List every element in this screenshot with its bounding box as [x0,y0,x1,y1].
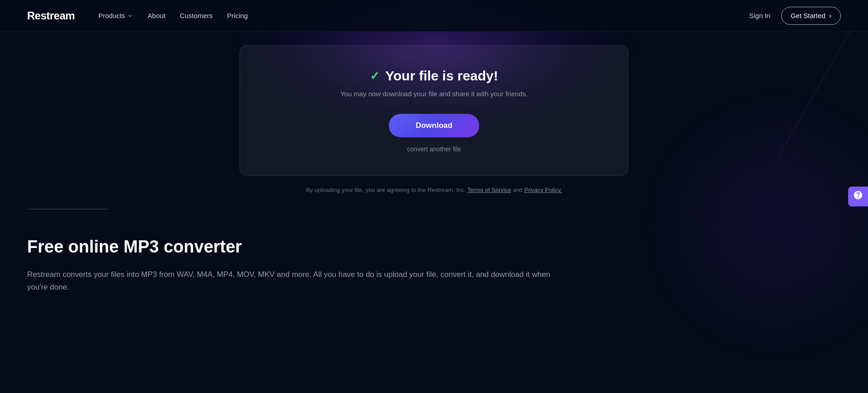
privacy-policy-link[interactable]: Privacy Policy. [524,187,562,193]
card-section: ✓ Your file is ready! You may now downlo… [0,32,868,176]
nav-pricing[interactable]: Pricing [222,8,253,23]
divider-section [0,209,868,210]
info-description: Restream converts your files into MP3 fr… [27,268,570,294]
info-title: Free online MP3 converter [27,237,841,257]
terms-prefix: By uploading your file, you are agreeing… [306,187,466,193]
navbar-left: Restream Products About Customers Pricin… [27,8,253,23]
info-section: Free online MP3 converter Restream conve… [0,214,868,312]
chevron-down-icon [127,13,133,19]
terms-text: By uploading your file, you are agreeing… [306,187,562,193]
arrow-right-icon: › [829,12,831,20]
terms-middle: and [513,187,523,193]
nav-products[interactable]: Products [93,8,138,23]
file-ready-title: Your file is ready! [385,68,498,84]
nav-products-label: Products [98,12,125,19]
get-started-button[interactable]: Get Started › [781,7,841,25]
sign-in-link[interactable]: Sign In [749,12,770,19]
navbar: Restream Products About Customers Pricin… [0,0,868,32]
support-icon [853,190,863,203]
divider-line [27,209,108,210]
terms-section: By uploading your file, you are agreeing… [0,176,868,204]
file-ready-header: ✓ Your file is ready! [370,68,498,84]
nav-pricing-label: Pricing [227,12,248,19]
navbar-right: Sign In Get Started › [749,7,841,25]
main-content: ✓ Your file is ready! You may now downlo… [0,0,868,312]
file-ready-card: ✓ Your file is ready! You may now downlo… [240,45,628,176]
nav-customers-label: Customers [180,12,213,19]
get-started-label: Get Started [791,12,826,19]
nav-about[interactable]: About [142,8,171,23]
nav-customers[interactable]: Customers [175,8,218,23]
checkmark-icon: ✓ [370,69,380,83]
support-button[interactable] [848,187,868,206]
logo[interactable]: Restream [27,9,75,22]
nav-links: Products About Customers Pricing [93,8,253,23]
nav-about-label: About [148,12,165,19]
convert-another-link[interactable]: convert another file [407,145,461,153]
file-ready-subtitle: You may now download your file and share… [340,90,528,98]
terms-of-service-link[interactable]: Terms of Service [467,187,511,193]
download-button[interactable]: Download [389,114,479,137]
